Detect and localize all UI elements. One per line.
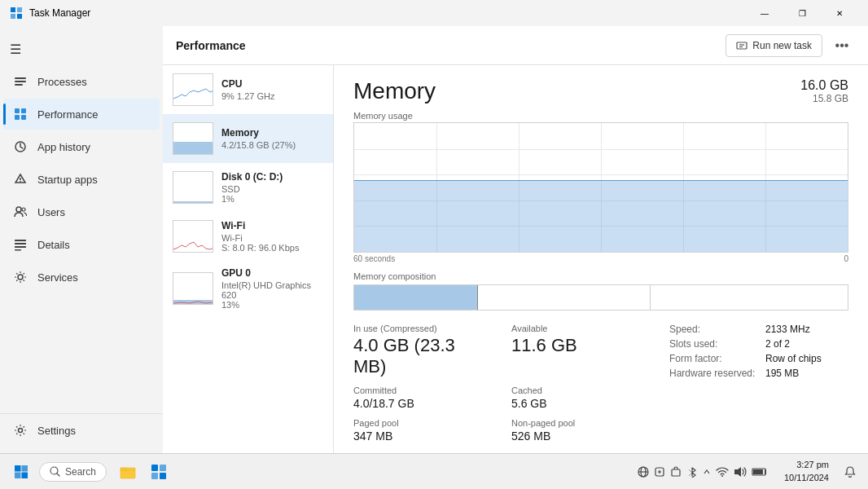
svg-rect-29 bbox=[22, 472, 28, 478]
stat-in-use: In use (Compressed) 4.0 GB (23.3 MB) bbox=[353, 324, 492, 377]
settings-icon bbox=[13, 423, 28, 438]
device-list: CPU 9% 1.27 GHz Memory 4.2/15.8 GB (27%) bbox=[163, 65, 334, 453]
minimize-button[interactable]: — bbox=[746, 0, 783, 26]
stat-form-factor-label: Form factor: bbox=[669, 353, 759, 364]
content-header: Performance Run new task ••• bbox=[163, 26, 868, 65]
taskbar-app-task-manager[interactable] bbox=[144, 457, 173, 487]
close-button[interactable]: ✕ bbox=[821, 0, 858, 26]
svg-rect-37 bbox=[160, 473, 166, 479]
taskbar-search[interactable]: Search bbox=[39, 462, 107, 482]
disk-thumbnail bbox=[173, 171, 213, 204]
restore-button[interactable]: ❐ bbox=[783, 0, 821, 26]
gpu-thumbnail bbox=[173, 272, 213, 305]
stat-speed-value: 2133 MHz bbox=[765, 324, 810, 335]
system-tray-icons[interactable] bbox=[631, 463, 774, 481]
sidebar-item-app-history[interactable]: App history bbox=[3, 131, 160, 162]
memory-header: Memory 16.0 GB 15.8 GB bbox=[353, 78, 848, 104]
memory-name: Memory bbox=[221, 127, 323, 139]
composition-label: Memory composition bbox=[353, 271, 848, 281]
memory-thumb-fill bbox=[173, 142, 213, 154]
svg-rect-35 bbox=[160, 465, 166, 471]
stat-speed-row: Speed: 2133 MHz bbox=[669, 324, 848, 335]
chart-time-start: 60 seconds bbox=[353, 254, 395, 263]
stat-in-use-value: 4.0 GB (23.3 MB) bbox=[353, 335, 492, 377]
device-item-cpu[interactable]: CPU 9% 1.27 GHz bbox=[163, 65, 333, 114]
taskbar: Search bbox=[0, 453, 868, 489]
stats-area: In use (Compressed) 4.0 GB (23.3 MB) Ava… bbox=[353, 324, 848, 443]
chevron-up-icon bbox=[703, 466, 711, 478]
svg-rect-6 bbox=[15, 84, 23, 86]
notification-button[interactable] bbox=[839, 457, 861, 487]
run-new-task-button[interactable]: Run new task bbox=[726, 34, 822, 57]
taskbar-app-explorer[interactable] bbox=[113, 457, 142, 487]
stat-form-factor-value: Row of chips bbox=[765, 353, 822, 364]
stat-hw-reserved-label: Hardware reserved: bbox=[669, 368, 759, 379]
titlebar-controls: — ❐ ✕ bbox=[746, 0, 858, 26]
content-title: Performance bbox=[176, 39, 726, 52]
chart-time-end: 0 bbox=[844, 254, 848, 263]
vpn-icon bbox=[654, 466, 665, 478]
svg-rect-4 bbox=[15, 77, 26, 79]
processes-icon bbox=[13, 74, 28, 89]
stat-committed: Committed 4.0/18.7 GB bbox=[353, 385, 492, 410]
device-item-gpu[interactable]: GPU 0 Intel(R) UHD Graphics 620 13% bbox=[163, 261, 333, 316]
disk-name: Disk 0 (C: D:) bbox=[221, 171, 323, 183]
sidebar-item-startup-apps[interactable]: Startup apps bbox=[3, 164, 160, 195]
stat-paged-label: Paged pool bbox=[353, 418, 492, 428]
start-button[interactable] bbox=[7, 457, 36, 487]
comp-rest bbox=[651, 285, 848, 310]
more-options-button[interactable]: ••• bbox=[829, 33, 855, 59]
sidebar-label-app-history: App history bbox=[37, 141, 90, 153]
stat-paged: Paged pool 347 MB bbox=[353, 418, 492, 443]
sidebar-label-services: Services bbox=[37, 271, 78, 284]
wifi-icon bbox=[716, 466, 729, 478]
svg-rect-8 bbox=[21, 108, 26, 113]
services-icon bbox=[13, 270, 28, 284]
sidebar-item-services[interactable]: Services bbox=[3, 262, 160, 293]
svg-rect-19 bbox=[15, 246, 26, 248]
device-item-wifi[interactable]: Wi-Fi Wi-Fi S: 8.0 R: 96.0 Kbps bbox=[163, 212, 333, 261]
sidebar-item-performance[interactable]: Performance bbox=[3, 99, 160, 130]
svg-rect-3 bbox=[17, 14, 22, 19]
stat-form-factor-row: Form factor: Row of chips bbox=[669, 353, 848, 364]
sidebar-item-settings[interactable]: Settings bbox=[3, 415, 160, 446]
sidebar-label-processes: Processes bbox=[37, 76, 87, 88]
svg-rect-36 bbox=[151, 473, 158, 479]
volume-icon bbox=[734, 466, 747, 478]
sidebar-item-details[interactable]: Details bbox=[3, 229, 160, 260]
svg-point-16 bbox=[22, 208, 25, 211]
chart-time-labels: 60 seconds 0 bbox=[353, 254, 848, 263]
svg-rect-10 bbox=[21, 115, 26, 120]
svg-rect-7 bbox=[15, 108, 20, 113]
device-item-memory[interactable]: Memory 4.2/15.8 GB (27%) bbox=[163, 114, 333, 163]
hamburger-button[interactable]: ☰ bbox=[0, 33, 163, 65]
sidebar: ☰ Processes Performa bbox=[0, 26, 163, 453]
sidebar-item-processes[interactable]: Processes bbox=[3, 66, 160, 97]
windows-logo-icon bbox=[14, 465, 28, 479]
disk-info: Disk 0 (C: D:) SSD 1% bbox=[221, 171, 323, 204]
stat-slots-label: Slots used: bbox=[669, 338, 759, 350]
cpu-thumbnail bbox=[173, 73, 213, 106]
bluetooth-icon bbox=[686, 466, 698, 478]
stat-cached-label: Cached bbox=[511, 385, 650, 395]
system-clock[interactable]: 3:27 pm 10/11/2024 bbox=[778, 457, 835, 486]
memory-panel: Memory 16.0 GB 15.8 GB Memory usage bbox=[334, 65, 868, 453]
stat-speed-label: Speed: bbox=[669, 324, 759, 335]
svg-rect-1 bbox=[17, 7, 22, 12]
memory-title: Memory bbox=[353, 78, 436, 104]
stat-hw-reserved-row: Hardware reserved: 195 MB bbox=[669, 368, 848, 379]
memory-current: 15.8 GB bbox=[800, 93, 848, 104]
svg-point-22 bbox=[19, 429, 23, 433]
svg-rect-20 bbox=[15, 249, 21, 251]
composition-bar bbox=[353, 284, 848, 311]
stat-available-label: Available bbox=[511, 324, 650, 333]
wifi-info: Wi-Fi Wi-Fi S: 8.0 R: 96.0 Kbps bbox=[221, 220, 323, 253]
task-manager-icon bbox=[151, 464, 167, 480]
device-item-disk[interactable]: Disk 0 (C: D:) SSD 1% bbox=[163, 163, 333, 212]
cpu-info: CPU 9% 1.27 GHz bbox=[221, 78, 323, 101]
wifi-thumbnail bbox=[173, 220, 213, 253]
performance-icon bbox=[13, 107, 28, 121]
memory-info: Memory 4.2/15.8 GB (27%) bbox=[221, 127, 323, 150]
sidebar-item-users[interactable]: Users bbox=[3, 196, 160, 227]
run-new-task-label: Run new task bbox=[752, 40, 812, 51]
